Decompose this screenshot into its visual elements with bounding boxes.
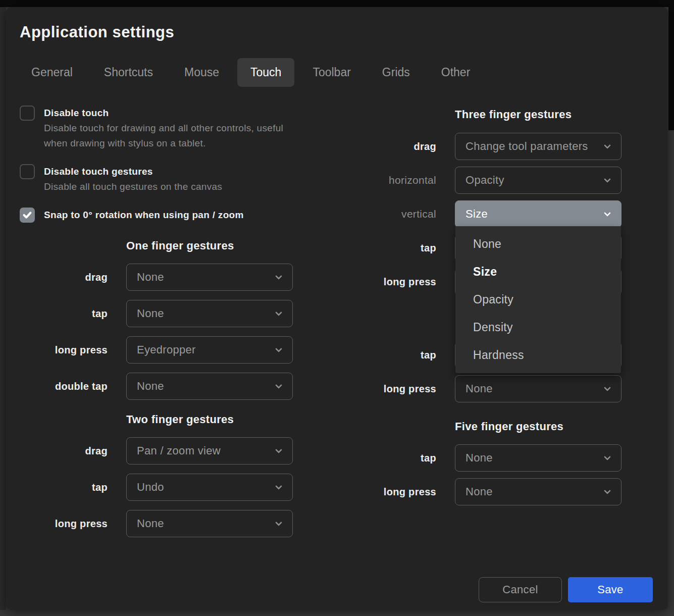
tab-mouse[interactable]: Mouse [171,58,232,87]
two-finger-long-press-label: long press [20,518,108,530]
dialog-footer: Cancel Save [479,577,653,602]
one-finger-long-press-value: Eyedropper [137,343,196,356]
chevron-down-icon [275,382,282,389]
disable-touch-row: Disable touch Disable touch for drawing … [20,106,348,151]
tab-general[interactable]: General [18,58,86,87]
backdrop-right [668,0,674,130]
disable-touch-label: Disable touch [44,106,283,121]
five-finger-tap-value: None [465,451,493,465]
four-finger-long-press-label: long press [367,383,436,395]
three-finger-horizontal-row: horizontal Opacity [367,167,655,194]
dialog-title: Application settings [20,23,174,41]
three-finger-drag-value: Change tool parameters [465,140,588,153]
disable-touch-gestures-checkbox[interactable] [20,164,35,179]
one-finger-tap-select[interactable]: None [126,300,293,327]
two-finger-drag-value: Pan / zoom view [137,444,221,457]
one-finger-long-press-row: long press Eyedropper [20,336,348,364]
three-finger-drag-row: drag Change tool parameters [367,133,655,160]
snap-rotation-checkbox[interactable] [20,208,35,223]
five-finger-long-press-label: long press [367,486,436,498]
snap-rotation-row: Snap to 0° rotation when using pan / zoo… [20,208,348,223]
chevron-down-icon [275,309,282,316]
backdrop-top [0,0,674,7]
four-finger-long-press-value: None [465,382,493,395]
chevron-down-icon [604,453,611,460]
settings-tabs: General Shortcuts Mouse Touch Toolbar Gr… [18,58,483,87]
four-finger-tap-label: tap [367,349,436,361]
dropdown-option-density[interactable]: Density [455,314,621,341]
three-finger-horizontal-select[interactable]: Opacity [455,167,621,194]
one-finger-heading: One finger gestures [126,239,348,252]
two-finger-long-press-value: None [137,517,164,530]
one-finger-long-press-select[interactable]: Eyedropper [126,336,293,364]
one-finger-double-tap-value: None [137,380,164,393]
two-finger-drag-row: drag Pan / zoom view [20,437,348,465]
five-finger-long-press-value: None [465,485,493,498]
left-column: Disable touch Disable touch for drawing … [20,106,348,546]
one-finger-tap-row: tap None [20,300,348,327]
dropdown-option-hardness[interactable]: Hardness [455,341,621,369]
three-finger-vertical-select[interactable]: Size [455,200,621,228]
chevron-down-icon [604,210,611,217]
two-finger-tap-row: tap Undo [20,474,348,501]
three-finger-tap-label: tap [367,242,436,254]
four-finger-long-press-row: long press None [367,375,655,402]
vertical-param-dropdown-popup: None Size Opacity Density Hardness [455,226,621,373]
one-finger-long-press-label: long press [20,344,108,356]
tab-shortcuts[interactable]: Shortcuts [91,58,166,87]
disable-touch-checkbox[interactable] [20,106,35,121]
dropdown-option-none[interactable]: None [455,230,621,258]
tab-grids[interactable]: Grids [369,58,423,87]
one-finger-drag-value: None [137,271,164,284]
chevron-down-icon [604,487,611,494]
disable-touch-gestures-description: Disable all touch gestures on the canvas [44,179,222,194]
disable-touch-text: Disable touch Disable touch for drawing … [44,106,283,151]
three-finger-vertical-label: vertical [367,208,436,220]
save-button[interactable]: Save [568,577,653,602]
chevron-down-icon [275,273,282,280]
five-finger-tap-select[interactable]: None [455,444,621,472]
one-finger-tap-label: tap [20,308,108,320]
backdrop-left [0,7,6,610]
two-finger-drag-label: drag [20,445,108,457]
one-finger-tap-value: None [137,307,164,320]
one-finger-double-tap-row: double tap None [20,373,348,400]
tab-other[interactable]: Other [428,58,484,87]
one-finger-double-tap-select[interactable]: None [126,373,293,400]
five-finger-long-press-select[interactable]: None [455,478,621,505]
one-finger-drag-label: drag [20,272,108,283]
disable-touch-gestures-row: Disable touch gestures Disable all touch… [20,164,348,194]
chevron-down-icon [604,384,611,391]
two-finger-long-press-row: long press None [20,510,348,537]
chevron-down-icon [275,446,282,453]
tab-touch[interactable]: Touch [237,58,294,87]
five-finger-heading: Five finger gestures [455,420,655,433]
chevron-down-icon [604,176,611,183]
five-finger-tap-row: tap None [367,444,655,472]
two-finger-long-press-select[interactable]: None [126,510,293,537]
three-finger-horizontal-value: Opacity [465,174,504,187]
tab-toolbar[interactable]: Toolbar [299,58,364,87]
one-finger-drag-row: drag None [20,264,348,291]
one-finger-double-tap-label: double tap [20,381,108,392]
one-finger-drag-select[interactable]: None [126,264,293,291]
chevron-down-icon [275,519,282,526]
dropdown-option-size[interactable]: Size [455,258,621,286]
three-finger-drag-select[interactable]: Change tool parameters [455,133,621,160]
four-finger-long-press-select[interactable]: None [455,375,621,402]
two-finger-tap-select[interactable]: Undo [126,474,293,501]
two-finger-tap-value: Undo [137,481,164,494]
disable-touch-gestures-text: Disable touch gestures Disable all touch… [44,164,222,194]
two-finger-drag-select[interactable]: Pan / zoom view [126,437,293,465]
dropdown-option-opacity[interactable]: Opacity [455,286,621,314]
chevron-down-icon [275,345,282,352]
two-finger-tap-label: tap [20,482,108,493]
five-finger-long-press-row: long press None [367,478,655,505]
snap-rotation-label: Snap to 0° rotation when using pan / zoo… [44,208,244,223]
three-finger-heading: Three finger gestures [455,108,655,121]
disable-touch-gestures-label: Disable touch gestures [44,164,222,179]
two-finger-heading: Two finger gestures [126,413,348,426]
cancel-button[interactable]: Cancel [479,577,562,602]
chevron-down-icon [604,142,611,149]
three-finger-vertical-value: Size [465,208,488,221]
